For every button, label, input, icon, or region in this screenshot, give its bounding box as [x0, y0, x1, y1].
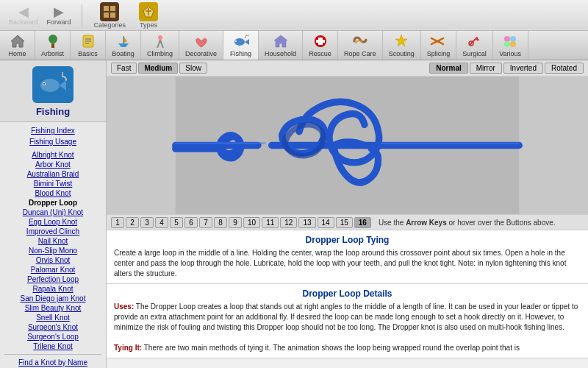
cat-boating[interactable]: Boating: [106, 31, 141, 60]
svg-point-28: [504, 36, 510, 42]
frame-1-button[interactable]: 1: [111, 217, 124, 228]
sidebar-knot-surgeons-loop[interactable]: Surgeon's Loop: [0, 332, 106, 342]
content-area: Fast Medium Slow Normal Mirror Inverted …: [107, 60, 588, 368]
svg-line-15: [157, 44, 159, 48]
sidebar-fishing-index[interactable]: Fishing Index: [0, 125, 106, 136]
frame-13-button[interactable]: 13: [298, 217, 315, 228]
types-button[interactable]: Types: [135, 1, 162, 30]
sidebar-knot-orvis[interactable]: Orvis Knot: [0, 255, 106, 265]
cat-arborist-label: Arborist: [41, 50, 64, 57]
frame-5-button[interactable]: 5: [170, 217, 183, 228]
sidebar-knot-san-diego[interactable]: San Diego jam Knot: [0, 294, 106, 303]
sidebar-find-knot[interactable]: Find a Knot by Name: [0, 358, 106, 367]
cat-rescue[interactable]: Rescue: [303, 31, 338, 60]
sidebar-knot-snell[interactable]: Snell Knot: [0, 313, 106, 322]
frame-9-button[interactable]: 9: [229, 217, 242, 228]
sidebar-knot-egg-loop[interactable]: Egg Loop Knot: [0, 217, 106, 227]
sidebar-knot-duncan[interactable]: Duncan (Uni) Knot: [0, 208, 106, 217]
frame-4-button[interactable]: 4: [155, 217, 168, 228]
back-label: Backward: [9, 18, 38, 26]
cat-climbing[interactable]: Climbing: [141, 31, 179, 60]
frame-10-button[interactable]: 10: [243, 217, 260, 228]
cat-splicing-label: Splicing: [427, 50, 451, 57]
cat-rope-care[interactable]: Rope Care: [338, 31, 383, 60]
sidebar-knot-bimini[interactable]: Bimini Twist: [0, 179, 106, 188]
uses-body: The Dropper Loop creates a loop that sta…: [114, 302, 578, 331]
speed-slow-button[interactable]: Slow: [179, 63, 207, 74]
frame-7-button[interactable]: 7: [199, 217, 212, 228]
cat-home[interactable]: Home: [0, 31, 35, 60]
sidebar-knot-arbor[interactable]: Arbor Knot: [0, 160, 106, 169]
view-inverted-button[interactable]: Inverted: [503, 63, 543, 74]
back-arrow-icon: ◀: [18, 5, 29, 18]
speed-fast-button[interactable]: Fast: [111, 63, 137, 74]
sidebar-knot-perfection[interactable]: Perfection Loop: [0, 275, 106, 284]
svg-point-12: [158, 35, 162, 40]
view-mirror-button[interactable]: Mirror: [470, 63, 502, 74]
tying-it-body: There are two main methods of tying it. …: [142, 344, 520, 352]
sidebar-knot-blood[interactable]: Blood Knot: [0, 188, 106, 198]
climbing-icon: [151, 33, 169, 49]
cat-arborist[interactable]: Arborist: [35, 31, 71, 60]
sidebar-knot-nail[interactable]: Nail Knot: [0, 236, 106, 246]
svg-marker-4: [11, 35, 24, 47]
sidebar-knot-imp-clinch[interactable]: Improved Clinch: [0, 227, 106, 236]
frame-8-button[interactable]: 8: [214, 217, 227, 228]
svg-line-20: [245, 35, 246, 38]
speed-medium-button[interactable]: Medium: [138, 63, 178, 74]
svg-point-30: [504, 41, 510, 47]
sidebar-knot-rapala[interactable]: Rapala Knot: [0, 284, 106, 294]
sidebar-knot-non-slip[interactable]: Non-Slip Mono: [0, 246, 106, 255]
cat-splicing[interactable]: Splicing: [421, 31, 457, 60]
sidebar-knot-slim-beauty[interactable]: Slim Beauty Knot: [0, 303, 106, 313]
svg-rect-25: [316, 40, 325, 43]
view-normal-button[interactable]: Normal: [429, 63, 467, 74]
sidebar-knot-dropper[interactable]: Dropper Loop: [0, 198, 106, 208]
cat-basics[interactable]: Basics: [71, 31, 106, 60]
svg-line-16: [162, 44, 163, 48]
cat-fishing[interactable]: Fishing: [223, 31, 259, 60]
cat-scouting[interactable]: Scouting: [383, 31, 421, 60]
sidebar-knot-albright[interactable]: Albright Knot: [0, 150, 106, 160]
home-icon: [9, 33, 26, 49]
arborist-icon: [44, 33, 62, 49]
frame-2-button[interactable]: 2: [126, 217, 139, 228]
frame-3-button[interactable]: 3: [140, 217, 154, 228]
frame-14-button[interactable]: 14: [318, 217, 334, 228]
cat-various[interactable]: Various: [493, 31, 528, 60]
svg-rect-3: [110, 13, 115, 18]
sidebar-knot-palomar[interactable]: Palomar Knot: [0, 265, 106, 275]
sidebar-knot-aus-braid[interactable]: Australian Braid: [0, 169, 106, 179]
sidebar-knot-trilene[interactable]: Trilene Knot: [0, 342, 106, 351]
toolbar-separator-1: [82, 4, 82, 26]
svg-point-35: [43, 83, 45, 85]
view-rotated-button[interactable]: Rotated: [545, 63, 584, 74]
svg-rect-0: [104, 6, 109, 11]
cat-household[interactable]: Household: [259, 31, 303, 60]
frame-15-button[interactable]: 15: [336, 217, 353, 228]
cat-rope-care-label: Rope Care: [344, 50, 376, 57]
frame-11-button[interactable]: 11: [262, 217, 279, 228]
sidebar-knot-surgeons-knot[interactable]: Surgeon's Knot: [0, 322, 106, 332]
sidebar-header: Fishing: [0, 60, 106, 122]
frame-6-button[interactable]: 6: [184, 217, 198, 228]
speed-controls: Fast Medium Slow: [111, 63, 207, 74]
frame-12-button[interactable]: 12: [280, 217, 297, 228]
frame-16-button[interactable]: 16: [354, 217, 371, 228]
svg-rect-6: [51, 43, 54, 48]
various-icon: [501, 33, 519, 49]
details-body: Uses: The Dropper Loop creates a loop th…: [114, 302, 581, 353]
details-header: Dropper Loop Details: [114, 289, 581, 299]
cat-surgical[interactable]: Surgical: [456, 31, 493, 60]
forward-button[interactable]: ▶ Forward: [44, 4, 74, 27]
categories-button[interactable]: Categories: [90, 1, 131, 30]
decorative-icon: [193, 33, 210, 49]
back-button[interactable]: ◀ Backward: [6, 4, 41, 27]
tying-it-label: Tying It:: [114, 344, 142, 352]
sidebar: Fishing Fishing Index Fishing Usage Albr…: [0, 60, 107, 368]
category-strip: Home Arborist Basics Boating Climbing De…: [0, 31, 588, 60]
svg-rect-1: [110, 6, 115, 11]
svg-line-14: [160, 40, 162, 44]
sidebar-fishing-usage[interactable]: Fishing Usage: [0, 136, 106, 147]
cat-decorative[interactable]: Decorative: [179, 31, 223, 60]
